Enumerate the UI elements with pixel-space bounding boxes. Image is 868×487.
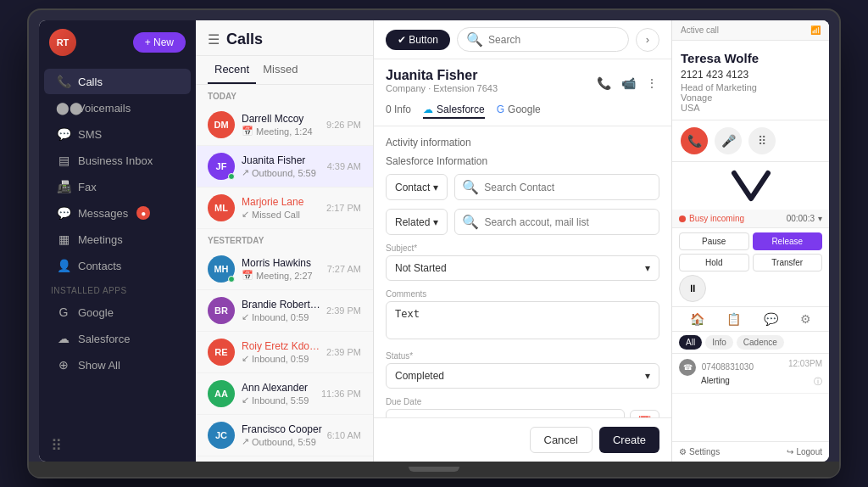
installed-apps-label: INSTALLED APPS <box>39 279 196 299</box>
subject-select[interactable]: Not Started ▾ <box>386 255 659 281</box>
settings-btn[interactable]: ⚙ Settings <box>679 447 720 456</box>
sidebar-item-meetings[interactable]: ▦ Meetings <box>44 227 191 252</box>
pause-icon-btn[interactable]: ⏸ <box>679 275 706 302</box>
call-info: Francisco Cooper ↗Outbound, 5:59 <box>242 423 324 447</box>
status-field: Status* Completed ▾ <box>386 351 659 389</box>
circle-arrow-btn[interactable]: › <box>636 28 659 52</box>
logout-btn[interactable]: ↪ Logout <box>787 447 822 456</box>
phone-action-btn[interactable]: 📞 <box>595 75 613 92</box>
search-input[interactable] <box>488 34 620 46</box>
button-btn[interactable]: ✔ Button <box>386 30 450 50</box>
call-info: Morris Hawkins 📅Meeting, 2:27 <box>242 257 324 281</box>
call-info: Juanita Fisher ↗Outbound, 5:59 <box>242 154 324 178</box>
tab-info[interactable]: 0 Info <box>386 102 411 119</box>
yesterday-label: YESTERTDAY <box>196 229 373 249</box>
teresa-country: USA <box>681 103 821 113</box>
logout-icon: ↪ <box>787 447 793 456</box>
keypad-btn[interactable]: ⠿ <box>748 127 776 154</box>
sidebar-item-contacts[interactable]: 👤 Contacts <box>44 253 191 278</box>
contact-select-btn[interactable]: Contact ▾ <box>386 174 448 200</box>
call-detail: ↗Outbound, 5:59 <box>242 167 324 178</box>
salesforce-tab-label: Salesforce <box>437 104 485 115</box>
transfer-btn[interactable]: Transfer <box>753 254 823 271</box>
create-button[interactable]: Create <box>599 427 659 453</box>
tab-cadence[interactable]: Cadence <box>737 335 784 350</box>
sidebar-item-voicemails[interactable]: ⬤⬤ Voicemails <box>44 95 191 120</box>
call-avatar: ML <box>208 194 235 221</box>
chat-icon[interactable]: 💬 <box>764 312 778 326</box>
call-item[interactable]: AA Ann Alexander ↙Inbound, 5:59 11:36 PM <box>196 373 373 415</box>
call-controls: 📞 🎤 ⠿ <box>672 120 829 162</box>
sidebar-item-label: SMS <box>78 128 102 141</box>
status-select[interactable]: Completed ▾ <box>386 363 659 389</box>
pause-btn[interactable]: Pause <box>679 232 749 250</box>
messages-badge: ● <box>136 206 150 220</box>
related-input[interactable] <box>484 216 652 228</box>
status-dot <box>228 276 235 283</box>
related-select-btn[interactable]: Related ▾ <box>386 209 448 235</box>
dialpad-icon[interactable]: ⠿ <box>51 436 184 455</box>
video-action-btn[interactable]: 📹 <box>620 75 637 92</box>
sidebar-item-sms[interactable]: 💬 SMS <box>44 121 191 147</box>
tab-google[interactable]: G Google <box>497 102 541 119</box>
end-call-btn[interactable]: 📞 <box>681 127 708 154</box>
sidebar-item-label: Fax <box>78 181 97 193</box>
sidebar-item-fax[interactable]: 📠 Fax <box>44 174 191 199</box>
sidebar-item-show-all[interactable]: ⊕ Show All <box>44 352 191 378</box>
activity-icon[interactable]: 📋 <box>726 312 741 326</box>
hamburger-icon[interactable]: ☰ <box>208 31 220 48</box>
call-item[interactable]: MH Morris Hawkins 📅Meeting, 2:27 7:27 AM <box>196 249 373 290</box>
call-avatar: RE <box>208 339 235 366</box>
sidebar-item-salesforce[interactable]: ☁ Salesforce <box>44 326 191 351</box>
calendar-btn[interactable]: 📅 <box>630 410 659 418</box>
call-item[interactable]: ML Marjorie Lane ↙Missed Call 2:17 PM <box>196 188 373 229</box>
busy-bar: Busy incoming 00:00:3 ▾ <box>672 210 829 228</box>
cancel-button[interactable]: Cancel <box>530 427 593 453</box>
contact-name: Juanita Fisher <box>386 68 498 83</box>
activity-title: Alerting <box>701 376 730 385</box>
tab-info[interactable]: Info <box>705 335 733 350</box>
call-item[interactable]: JC Francisco Cooper ↗Outbound, 5:59 6:10… <box>196 415 373 456</box>
settings-icon[interactable]: ⚙ <box>800 312 811 326</box>
home-icon[interactable]: 🏠 <box>690 312 704 326</box>
call-time: 2:17 PM <box>326 203 361 213</box>
call-item[interactable]: RE Roiy Eretz Kdosha ↙Inbound, 0:59 2:39… <box>196 332 373 373</box>
salesforce-info-label: Salesforce Information <box>386 155 659 167</box>
tab-all[interactable]: All <box>679 335 702 350</box>
release-btn[interactable]: Release <box>753 232 823 250</box>
mute-btn[interactable]: 🎤 <box>715 127 742 154</box>
calls-panel: ☰ Calls Recent Missed TODAY DM Darrell M… <box>196 20 374 462</box>
due-date-row: 02/04/2020 📅 <box>386 409 659 417</box>
google-tab-icon: G <box>497 104 504 115</box>
call-avatar: JC <box>208 422 235 449</box>
sidebar-item-messages[interactable]: 💬 Messages ● <box>44 200 191 226</box>
new-button[interactable]: + New <box>133 32 186 53</box>
call-time: 2:39 PM <box>326 305 361 316</box>
comments-textarea[interactable]: Text <box>386 301 659 339</box>
tab-salesforce[interactable]: ☁ Salesforce <box>423 102 485 119</box>
settings-label: Settings <box>689 447 720 456</box>
status-label: Status* <box>386 351 659 361</box>
sidebar-item-business-inbox[interactable]: ▤ Business Inbox <box>44 148 191 173</box>
call-item[interactable]: JC Francisco Cooper ↗Outbound, 5:59 6:10… <box>196 456 373 462</box>
call-info: Marjorie Lane ↙Missed Call <box>242 196 323 220</box>
info-tab-label: 0 Info <box>386 104 411 115</box>
call-item[interactable]: BR Brandie Robertson ↙Inbound, 0:59 2:39… <box>196 290 373 332</box>
call-item[interactable]: JF Juanita Fisher ↗Outbound, 5:59 4:39 A… <box>196 146 373 188</box>
sidebar: RT + New 📞 Calls ⬤⬤ Voicemails 💬 SMS ▤ <box>39 20 196 462</box>
activity-tabs: All Info Cadence <box>672 332 829 354</box>
sidebar-item-google[interactable]: G Google <box>44 299 191 325</box>
info-icon[interactable]: ⓘ <box>814 376 822 388</box>
call-info: Ann Alexander ↙Inbound, 5:59 <box>242 382 318 406</box>
tab-recent[interactable]: Recent <box>208 56 256 84</box>
hold-btn[interactable]: Hold <box>679 254 749 271</box>
more-action-btn[interactable]: ⋮ <box>644 75 659 92</box>
tab-missed[interactable]: Missed <box>256 56 304 84</box>
due-date-field: Due Date 02/04/2020 📅 <box>386 397 659 417</box>
call-item[interactable]: DM Darrell Mccoy 📅Meeting, 1:24 9:26 PM <box>196 104 373 146</box>
related-search: 🔍 <box>454 209 659 235</box>
communication-with-input[interactable] <box>484 182 652 193</box>
due-date-input[interactable]: 02/04/2020 <box>386 409 625 417</box>
call-info: Brandie Robertson ↙Inbound, 0:59 <box>242 299 323 322</box>
sidebar-item-calls[interactable]: 📞 Calls <box>44 69 191 94</box>
